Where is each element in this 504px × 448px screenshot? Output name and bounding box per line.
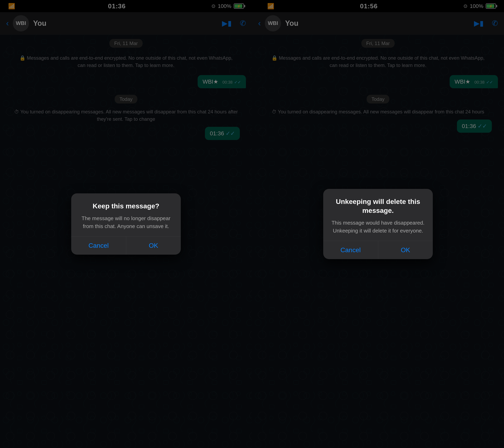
dialog-content-left: Keep this message? The message will no l… bbox=[71, 193, 181, 236]
left-phone-panel: 📶 ✈ 01:36 ⊙ 100% ⚡ ‹ WBI You ▶▮ ✆ bbox=[0, 0, 252, 448]
right-phone-panel: ✈ 📶 01:56 ⊙ 100% ⚡ ‹ WBI You ▶▮ ✆ bbox=[252, 0, 504, 448]
cancel-button-left[interactable]: Cancel bbox=[71, 237, 126, 255]
dialog-message-right: This message would have disappeared. Unk… bbox=[331, 219, 425, 235]
ok-button-left[interactable]: OK bbox=[126, 237, 181, 255]
dialog-buttons-right: Cancel OK bbox=[323, 241, 433, 259]
dialog-overlay-right: Unkeeping will delete this message. This… bbox=[252, 0, 504, 448]
dialog-title-left: Keep this message? bbox=[79, 201, 173, 210]
dialog-title-right: Unkeeping will delete this message. bbox=[331, 197, 425, 215]
cancel-button-right[interactable]: Cancel bbox=[323, 241, 378, 259]
unkeeping-dialog: Unkeeping will delete this message. This… bbox=[323, 189, 433, 259]
dialog-content-right: Unkeeping will delete this message. This… bbox=[323, 189, 433, 241]
keep-message-dialog: Keep this message? The message will no l… bbox=[71, 193, 181, 255]
dialog-message-left: The message will no longer disappear fro… bbox=[79, 215, 173, 230]
dialog-overlay-left: Keep this message? The message will no l… bbox=[0, 0, 252, 448]
dialog-buttons-left: Cancel OK bbox=[71, 236, 181, 255]
ok-button-right[interactable]: OK bbox=[378, 241, 433, 259]
